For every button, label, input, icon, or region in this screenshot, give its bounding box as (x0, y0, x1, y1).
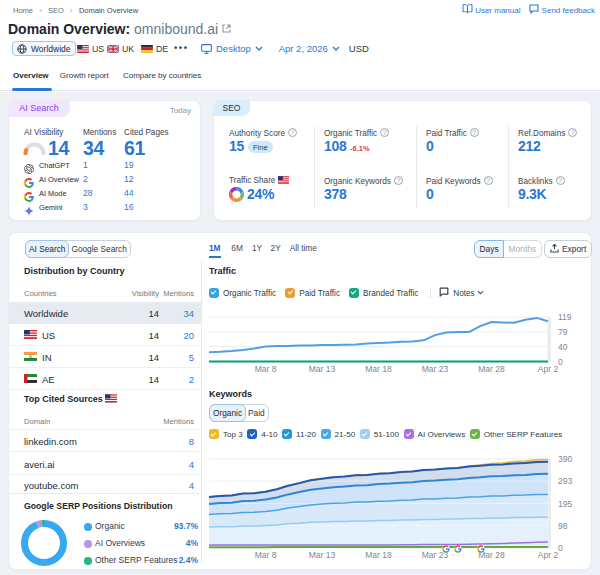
svg-text:Mar 18: Mar 18 (365, 364, 392, 374)
svg-text:79: 79 (558, 327, 568, 337)
svg-text:0: 0 (558, 357, 563, 367)
svg-text:Mar 8: Mar 8 (255, 364, 277, 374)
svg-text:0: 0 (558, 543, 563, 553)
svg-text:Mar 28: Mar 28 (478, 364, 505, 374)
svg-text:Mar 8: Mar 8 (255, 550, 277, 560)
svg-text:Apr 2: Apr 2 (538, 550, 559, 560)
svg-text:Apr 2: Apr 2 (538, 364, 559, 374)
svg-text:195: 195 (558, 499, 572, 509)
svg-text:40: 40 (558, 342, 568, 352)
svg-text:98: 98 (558, 521, 568, 531)
svg-text:Mar 13: Mar 13 (309, 550, 336, 560)
svg-text:Mar 13: Mar 13 (309, 364, 336, 374)
svg-text:Mar 18: Mar 18 (365, 550, 392, 560)
svg-text:119: 119 (558, 312, 572, 322)
svg-text:293: 293 (558, 476, 572, 486)
svg-text:Mar 23: Mar 23 (422, 364, 449, 374)
svg-text:390: 390 (558, 454, 572, 464)
